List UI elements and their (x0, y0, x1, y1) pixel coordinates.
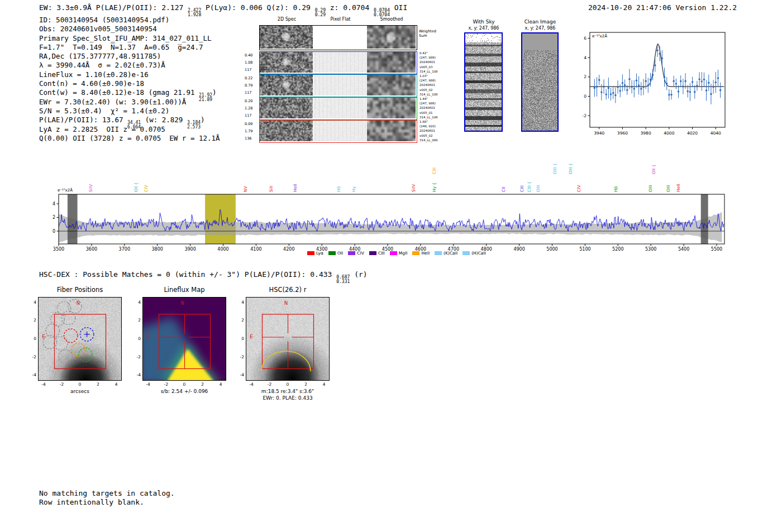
svg-text:N: N (181, 300, 184, 306)
svg-text:4: 4 (584, 55, 586, 60)
svg-text:e⁻¹⁷x2Å: e⁻¹⁷x2Å (592, 33, 607, 39)
right-label: 20240601 (419, 128, 446, 133)
legend-item: OII (328, 251, 343, 256)
legend-swatch (307, 251, 314, 255)
spec2d-row-right-labels: 0.42"(247, 986)20240601v005_03314_LL_108 (419, 51, 446, 74)
svg-text:4040: 4040 (711, 131, 721, 136)
legend-item: MgII (390, 251, 408, 256)
svg-text:5100: 5100 (579, 247, 590, 252)
svg-text:3980: 3980 (641, 131, 651, 136)
spec2d-fiber-row (259, 51, 417, 74)
spec2d-fiber-row (259, 74, 417, 97)
right-label: 1.88" (419, 119, 446, 124)
svg-text:3900: 3900 (184, 247, 196, 252)
legend-label: MgII (399, 251, 408, 256)
info-line: Q(0.00) OII (3728) z = 0.0705 EW r = 12.… (39, 134, 220, 143)
svg-text:3700: 3700 (119, 247, 130, 252)
left-label: 117 (245, 112, 258, 119)
cleanimage-image (522, 33, 557, 131)
spec2d-pixelflat-cutout (313, 98, 366, 118)
legend-label: CIII (378, 251, 385, 256)
axis-tick-label: 4 (27, 300, 36, 305)
axis-tick-label: -4 (235, 372, 244, 377)
svg-text:HeII: HeII (676, 184, 681, 192)
spec2d-2d-cutout (260, 121, 313, 141)
left-label: 1.08 (245, 59, 258, 66)
spec2d-row-left-labels: 0.201.28117 (245, 98, 258, 119)
footer-line-2: Row intentionally blank. (39, 498, 175, 507)
spec2d-row-right-labels: 1.44"(247, 986)20240601v005_01314_LL_108 (419, 97, 446, 119)
cutout-title-fiber-positions: Fiber Positions (35, 286, 125, 294)
legend-item: Lyα (307, 251, 323, 256)
axis-tick-label: 2 (93, 382, 103, 387)
legend-item: CIII (369, 251, 385, 256)
svg-text:3960: 3960 (617, 131, 628, 136)
left-label: 117 (245, 89, 258, 97)
left-label: 0.22 (245, 75, 258, 82)
axis-tick-label: 4 (216, 382, 226, 387)
svg-text:CIII {: CIII { (527, 181, 532, 192)
info-line: EWr = 7.30(±2.40) (w: 3.90(±1.00))Å (39, 98, 220, 107)
svg-text:2: 2 (584, 74, 586, 79)
footer-line-1: No matching targets in catalog. (39, 489, 175, 498)
axis-tick-label: -2 (132, 354, 141, 360)
axis-tick-label: 0 (283, 382, 293, 387)
spec2d-smoothed-cutout (367, 52, 416, 73)
info-line: P(LAE)/P(OII): 13.67 34.416.664 (w: 2.82… (39, 116, 220, 124)
svg-text:N: N (284, 300, 288, 306)
svg-text:Hδ: Hδ (336, 186, 341, 192)
axis-tick-label: -4 (246, 382, 256, 387)
svg-text:OIII {: OIII { (552, 163, 557, 174)
axis-tick-label: -2 (161, 382, 171, 387)
elixer-report-page: EW: 3.3±0.9Å P(LAE)/P(OII): 2.127 2.4221… (0, 0, 782, 532)
right-label: (247, 986) (419, 55, 446, 60)
legend-label: CIV (357, 251, 364, 256)
spectrum-legend: LyαOIICIVCIIIMgIIHeII(K)CaII(H)CaII (240, 251, 553, 256)
legend-item: (K)CaII (435, 251, 457, 256)
right-label: 1.44" (419, 97, 446, 101)
legend-item: CIV (348, 251, 364, 256)
cutout-panel: NE (142, 297, 226, 381)
svg-text:OII {: OII { (651, 165, 656, 174)
right-label: 314_LL_108 (419, 69, 446, 74)
right-label: 20240601 (419, 106, 446, 110)
right-label: 1.03" (419, 74, 446, 78)
spec2d-pixelflat-cutout (313, 75, 366, 95)
svg-text:OIII: OIII (666, 185, 671, 192)
spec2d-weighted-2d (260, 26, 313, 49)
svg-text:SiIV: SiIV (411, 184, 416, 192)
svg-text:Hβ: Hβ (613, 186, 618, 192)
left-label: 0.40 (245, 52, 258, 59)
svg-text:3500: 3500 (53, 247, 64, 252)
legend-swatch (348, 251, 355, 255)
axis-tick-label: 2 (132, 318, 141, 323)
withsky-title: With Sky (458, 19, 509, 25)
spec2d-fiber-row (259, 97, 417, 120)
left-label: 117 (245, 66, 258, 74)
svg-text:3600: 3600 (86, 247, 97, 252)
right-label: (247, 986) (419, 78, 446, 83)
legend-label: HeII (421, 251, 430, 256)
cutout-title-hsc-r: HSC(26.2) r (243, 286, 332, 294)
svg-text:5400: 5400 (678, 247, 689, 252)
svg-text:NV: NV (243, 185, 248, 192)
line-fit-plot: -20246394039603980400040204040e⁻¹⁷x2Å (576, 28, 728, 145)
svg-text:5300: 5300 (645, 247, 656, 252)
axis-tick-label: 0 (27, 336, 36, 341)
header-stats: EW: 3.3±0.9Å P(LAE)/P(OII): 2.127 2.4221… (39, 3, 407, 17)
legend-swatch (390, 251, 397, 255)
svg-text:OII {: OII { (133, 183, 139, 192)
info-line: λ = 3990.44Å σ = 2.02(±0.73)Å (39, 61, 220, 70)
detection-info-block: ID: 5003140954 (5003140954.pdf)Obs: 2024… (39, 16, 220, 143)
right-label: v005_02 (419, 88, 446, 92)
spec2d-col-header-smoothed: Smoothed (367, 17, 416, 22)
cutout-panel: NE (246, 297, 330, 381)
legend-label: OII (337, 251, 343, 256)
right-label: v005_02 (419, 133, 446, 138)
axis-tick-label: -4 (27, 372, 36, 377)
right-label: 0.42" (419, 51, 446, 55)
svg-text:0: 0 (584, 94, 586, 99)
right-label: 20240601 (419, 83, 446, 87)
legend-item: (H)CaII (462, 251, 486, 256)
right-label: 314_LL_108 (419, 92, 446, 97)
